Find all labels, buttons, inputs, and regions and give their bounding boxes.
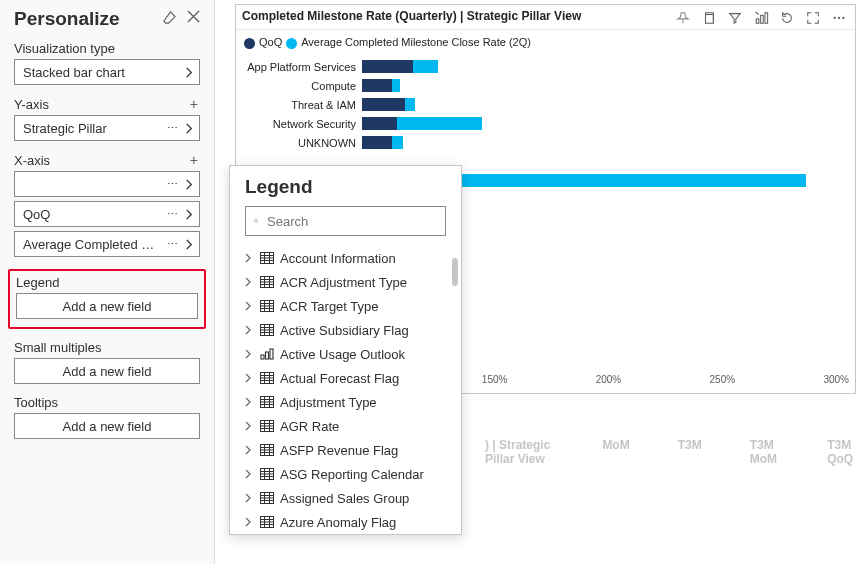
field-item[interactable]: Active Subsidiary Flag xyxy=(242,318,455,342)
svg-rect-12 xyxy=(261,355,264,359)
chevron-right-icon xyxy=(185,123,193,134)
personalize-icon[interactable] xyxy=(749,7,773,29)
scrollbar-thumb[interactable] xyxy=(452,258,458,286)
more-icon[interactable]: ⋯ xyxy=(167,122,179,135)
eraser-icon[interactable] xyxy=(162,10,177,28)
xaxis-field-1[interactable]: QoQ ⋯ xyxy=(14,201,200,227)
copy-icon[interactable] xyxy=(697,7,721,29)
yaxis-add-icon[interactable]: + xyxy=(188,96,200,112)
xaxis-field-0[interactable]: ⋯ xyxy=(14,171,200,197)
field-item[interactable]: Adjustment Type xyxy=(242,390,455,414)
bar-segment[interactable] xyxy=(397,117,482,130)
field-item-label: ASG Reporting Calendar xyxy=(280,467,424,482)
search-input[interactable] xyxy=(245,206,446,236)
svg-rect-3 xyxy=(765,13,768,24)
chevron-right-icon xyxy=(244,493,254,503)
legend-add-field[interactable]: Add a new field xyxy=(16,293,198,319)
svg-point-4 xyxy=(833,17,835,19)
chevron-right-icon xyxy=(244,325,254,335)
chevron-right-icon xyxy=(244,421,254,431)
field-item[interactable]: Account Information xyxy=(242,246,455,270)
more-icon[interactable]: ⋯ xyxy=(167,238,179,251)
field-list[interactable]: Account InformationACR Adjustment TypeAC… xyxy=(230,246,461,534)
visualization-type-label: Visualization type xyxy=(14,41,115,56)
table-icon xyxy=(260,516,274,528)
reset-icon[interactable] xyxy=(775,7,799,29)
svg-rect-14 xyxy=(270,349,273,359)
tooltips-label: Tooltips xyxy=(14,395,58,410)
small-multiples-label: Small multiples xyxy=(14,340,101,355)
field-item[interactable]: ACR Target Type xyxy=(242,294,455,318)
table-icon xyxy=(260,396,274,408)
more-icon[interactable]: ⋯ xyxy=(167,208,179,221)
field-item[interactable]: ACR Adjustment Type xyxy=(242,270,455,294)
bar-segment[interactable] xyxy=(362,136,392,149)
tooltips-add-field[interactable]: Add a new field xyxy=(14,413,200,439)
bar-row: App Platform Services xyxy=(368,59,855,75)
legend-section-highlight: Legend Add a new field xyxy=(8,269,206,329)
table-icon xyxy=(260,348,274,360)
chevron-right-icon xyxy=(244,301,254,311)
chevron-right-icon xyxy=(244,373,254,383)
xaxis-label: X-axis xyxy=(14,153,50,168)
field-item-label: ACR Target Type xyxy=(280,299,379,314)
pin-icon[interactable] xyxy=(671,7,695,29)
close-icon[interactable] xyxy=(187,10,200,28)
field-item-label: Assigned Sales Group xyxy=(280,491,409,506)
chevron-right-icon xyxy=(185,209,193,220)
field-item-label: ACR Adjustment Type xyxy=(280,275,407,290)
bar-segment[interactable] xyxy=(362,60,413,73)
smallmultiples-add-field[interactable]: Add a new field xyxy=(14,358,200,384)
chart-legend: QoQ Average Completed Milestone Close Ra… xyxy=(236,30,855,55)
bar-segment[interactable] xyxy=(413,60,438,73)
chevron-right-icon xyxy=(244,397,254,407)
field-item[interactable]: Azure Anomaly Flag xyxy=(242,510,455,534)
chevron-right-icon xyxy=(185,179,193,190)
yaxis-field-0[interactable]: Strategic Pillar ⋯ xyxy=(14,115,200,141)
field-item[interactable]: Assigned Sales Group xyxy=(242,486,455,510)
table-icon xyxy=(260,324,274,336)
more-icon[interactable] xyxy=(827,7,851,29)
focus-icon[interactable] xyxy=(801,7,825,29)
svg-point-6 xyxy=(842,17,844,19)
bar-label: Threat & IAM xyxy=(236,99,362,111)
bar-segment[interactable] xyxy=(362,79,392,92)
search-field[interactable] xyxy=(265,213,437,230)
xaxis-add-icon[interactable]: + xyxy=(188,152,200,168)
bar-segment[interactable] xyxy=(405,98,415,111)
legend-field-picker: Legend Account InformationACR Adjustment… xyxy=(229,165,462,535)
visualization-type-value: Stacked bar chart xyxy=(23,65,185,80)
svg-rect-13 xyxy=(266,352,269,359)
field-item[interactable]: AGR Rate xyxy=(242,414,455,438)
more-icon[interactable]: ⋯ xyxy=(167,178,179,191)
field-item[interactable]: ASG Reporting Calendar xyxy=(242,462,455,486)
field-item-label: Actual Forecast Flag xyxy=(280,371,399,386)
bar-segment[interactable] xyxy=(392,136,404,149)
table-icon xyxy=(260,252,274,264)
field-item-label: ASFP Revenue Flag xyxy=(280,443,398,458)
field-item[interactable]: Active Usage Outlook xyxy=(242,342,455,366)
field-item-label: Active Usage Outlook xyxy=(280,347,405,362)
panel-title: Personalize xyxy=(14,8,120,30)
bar-label: Network Security xyxy=(236,118,362,130)
bar-segment[interactable] xyxy=(362,117,397,130)
bar-label: UNKNOWN xyxy=(236,137,362,149)
search-icon xyxy=(254,214,259,228)
legend-swatch-qoq xyxy=(244,38,255,49)
visualization-type-select[interactable]: Stacked bar chart xyxy=(14,59,200,85)
chart-title: Completed Milestone Rate (Quarterly) | S… xyxy=(242,7,581,25)
chevron-right-icon xyxy=(185,67,193,78)
table-icon xyxy=(260,468,274,480)
chevron-right-icon xyxy=(244,517,254,527)
field-item[interactable]: Actual Forecast Flag xyxy=(242,366,455,390)
chevron-right-icon xyxy=(185,239,193,250)
chevron-right-icon xyxy=(244,349,254,359)
chevron-right-icon xyxy=(244,445,254,455)
filter-icon[interactable] xyxy=(723,7,747,29)
svg-point-7 xyxy=(255,219,258,222)
chevron-right-icon xyxy=(244,253,254,263)
bar-segment[interactable] xyxy=(362,98,405,111)
bar-segment[interactable] xyxy=(392,79,400,92)
field-item[interactable]: ASFP Revenue Flag xyxy=(242,438,455,462)
xaxis-field-2[interactable]: Average Completed … ⋯ xyxy=(14,231,200,257)
